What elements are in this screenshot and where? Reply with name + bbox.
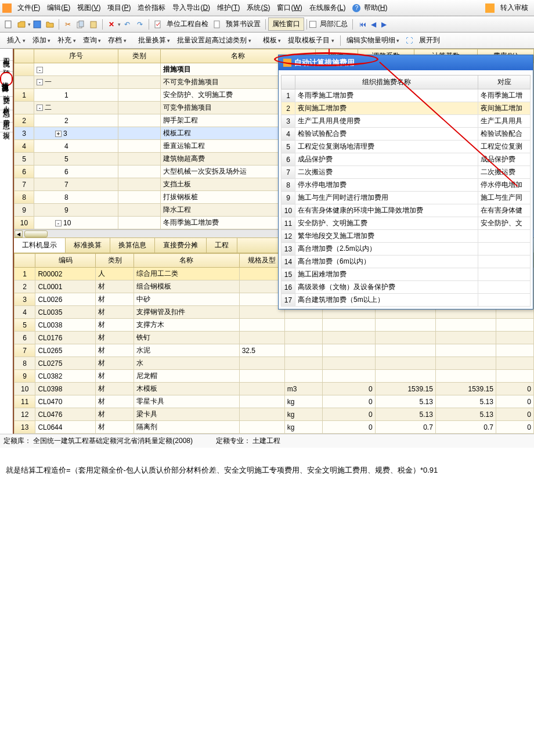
table-row[interactable]: 7CL0265材水泥32.5 [15, 344, 534, 357]
nav-prev-icon[interactable]: ◀ [368, 19, 378, 30]
toolbar: ▾ ✂ ✕ ▾ ↶ ↷ 单位工程自检 预算书设置 属性窗口 局部汇总 ⏮ ◀ ▶ [0, 16, 534, 33]
menu-help[interactable]: ? 帮助(H) [349, 2, 391, 14]
sub-edit-qty[interactable]: 编辑实物量明细 [343, 34, 403, 46]
sidetab-独立费[interactable]: 独立费 [0, 86, 13, 97]
scroll-left-icon[interactable]: ◀ [15, 231, 23, 237]
menu-编辑[interactable]: 编辑(E) [44, 2, 74, 13]
copy-icon[interactable] [75, 19, 86, 30]
save-icon[interactable] [32, 19, 42, 30]
paste-icon[interactable] [88, 19, 99, 30]
scroll-thumb[interactable] [24, 231, 48, 237]
table-row[interactable]: 11CL0470材零星卡具kg05.135.130 [15, 395, 534, 408]
list-item[interactable]: 11安全防护、文明施工费安全防护、文 [282, 217, 531, 230]
sidetab-预算书[interactable]: 预算书 [0, 61, 13, 72]
tab-工料机显示[interactable]: 工料机显示 [14, 238, 66, 253]
budget-setting-button[interactable]: 预算书设置 [223, 18, 263, 30]
cut-icon[interactable]: ✂ [63, 19, 73, 30]
list-item[interactable]: 14高台增加费（6m以内） [282, 255, 531, 268]
botgrid-header[interactable]: 类别 [96, 254, 134, 268]
sub-查询[interactable]: 查询 [80, 35, 105, 45]
sub-补充[interactable]: 补充 [54, 35, 80, 45]
table-row[interactable]: 5CL0038材支撑方木 [15, 319, 534, 332]
popup-grid[interactable]: 组织措施费名称 对应 1冬雨季施工增加费冬雨季施工增2夜间施工增加费夜间施工增加… [281, 75, 531, 307]
list-item[interactable]: 8停水停电增加费停水停电增加 [282, 179, 531, 192]
sidetab-工程概况[interactable]: 工程概况 [0, 49, 13, 61]
sub-批量换算[interactable]: 批量换算 [135, 35, 174, 45]
sidetab-费用汇总[interactable]: 费用汇总 [0, 110, 13, 123]
menubar: 文件(F)编辑(E)视图(V)项目(P)造价指标导入导出(D)维护(T)系统(S… [0, 0, 534, 16]
menu-在线服务[interactable]: 在线服务(L) [306, 2, 349, 13]
topgrid-header[interactable]: 序号 [34, 49, 118, 63]
tab-换算信息[interactable]: 换算信息 [110, 238, 155, 253]
sidetab-人材机汇总[interactable]: 人材机汇总 [0, 97, 13, 110]
statusbar: 定额库： 全国统一建筑工程基础定额河北省消耗量定额(2008) 定额专业： 土建… [0, 434, 534, 448]
botgrid-header[interactable]: 名称 [134, 254, 239, 268]
list-item[interactable]: 10在有害身体健康的环境中施工降效增加费在有害身体健 [282, 204, 531, 217]
nav-first-icon[interactable]: ⏮ [358, 19, 368, 30]
delete-icon[interactable]: ✕ [106, 19, 117, 30]
menu-造价指标[interactable]: 造价指标 [134, 2, 169, 13]
list-item[interactable]: 16高级装修（文物）及设备保护费 [282, 281, 531, 294]
local-summary-checkbox[interactable] [309, 21, 316, 28]
list-item[interactable]: 2夜间施工增加费夜间施工增加 [282, 102, 531, 115]
menu-视图[interactable]: 视图(V) [74, 2, 104, 13]
topgrid-header[interactable]: 类别 [118, 49, 161, 63]
expand-icon[interactable]: ⛶ [404, 35, 414, 46]
menu-维护[interactable]: 维护(T) [214, 2, 243, 13]
open-icon[interactable] [16, 19, 27, 30]
doc-check-icon[interactable] [153, 19, 163, 30]
svg-rect-0 [5, 21, 11, 28]
list-item[interactable]: 6成品保护费成品保护费 [282, 153, 531, 166]
menu-导入导出[interactable]: 导入导出(D) [169, 2, 214, 13]
table-row[interactable]: 9CL0382材尼龙帽 [15, 370, 534, 383]
tab-直接费分摊[interactable]: 直接费分摊 [155, 238, 207, 253]
menu-项目[interactable]: 项目(P) [104, 2, 134, 13]
svg-rect-5 [155, 21, 160, 28]
sub-模板[interactable]: 模板 [259, 35, 285, 45]
caption-text: 就是结算工程造价=（套用定额全价-包人认质认价部分材料价差、安全文明施工专项费用… [0, 448, 534, 493]
sub-存档[interactable]: 存档 [104, 35, 130, 45]
sub-提取模板子目[interactable]: 提取模板子目 [284, 35, 338, 45]
app-icon [2, 3, 12, 13]
redo-icon[interactable]: ↷ [135, 19, 145, 30]
table-row[interactable]: 6CL0176材铁钉 [15, 332, 534, 344]
botgrid-header[interactable]: 编码 [35, 254, 96, 268]
topgrid-header[interactable] [15, 49, 34, 63]
list-item[interactable]: 7二次搬运费二次搬运费 [282, 166, 531, 179]
nav-next-icon[interactable]: ▶ [378, 19, 389, 30]
sub-插入[interactable]: 插入 [3, 35, 29, 45]
list-item[interactable]: 12繁华地段交叉施工增加费 [282, 230, 531, 243]
new-icon[interactable] [3, 19, 14, 30]
sub-批量设置超高过滤类别[interactable]: 批量设置超高过滤类别 [174, 35, 255, 45]
local-summary-label: 局部汇总 [317, 18, 350, 30]
sub-expand[interactable]: 展开到 [416, 34, 443, 46]
list-item[interactable]: 17高台建筑增加费（5m以上） [282, 294, 531, 307]
list-item[interactable]: 13高台增加费（2.5m以内） [282, 243, 531, 255]
tab-标准换算[interactable]: 标准换算 [66, 238, 110, 253]
table-row[interactable]: 12CL0476材梁卡具kg05.135.130 [15, 408, 534, 421]
budget-set-icon[interactable] [212, 19, 222, 30]
table-row[interactable]: 13CL0644材隔离剂kg00.70.70 [15, 421, 534, 434]
popup-titlebar[interactable]: 自动计算措施费用 [279, 55, 533, 70]
sidetab-报表[interactable]: 报表 [0, 123, 13, 132]
botgrid-header[interactable] [15, 254, 35, 268]
self-check-button[interactable]: 单位工程自检 [164, 18, 211, 30]
menu-文件[interactable]: 文件(F) [14, 2, 44, 13]
list-item[interactable]: 5工程定位复测场地清理费工程定位复测 [282, 141, 531, 153]
list-item[interactable]: 4检验试验配合费检验试验配合 [282, 128, 531, 141]
sidetab-措施项目[interactable]: 措施项目 [0, 72, 13, 86]
table-row[interactable]: 10CL0398材木模板m301539.151539.150 [15, 383, 534, 395]
list-item[interactable]: 9施工与生产同时进行增加费用施工与生产同 [282, 192, 531, 204]
menu-audit[interactable]: 转入审核 [497, 2, 532, 14]
list-item[interactable]: 3生产工具用具使用费生产工具用具 [282, 115, 531, 128]
folder-icon[interactable] [45, 19, 55, 30]
tab-工程[interactable]: 工程 [207, 238, 237, 253]
undo-icon[interactable]: ↶ [122, 19, 132, 30]
menu-窗口[interactable]: 窗口(W) [273, 2, 305, 13]
list-item[interactable]: 15施工困难增加费 [282, 268, 531, 281]
prop-window-button[interactable]: 属性窗口 [268, 17, 304, 31]
list-item[interactable]: 1冬雨季施工增加费冬雨季施工增 [282, 89, 531, 102]
menu-系统[interactable]: 系统(S) [243, 2, 273, 13]
table-row[interactable]: 8CL0275材水 [15, 357, 534, 370]
sub-添加[interactable]: 添加 [29, 35, 55, 45]
